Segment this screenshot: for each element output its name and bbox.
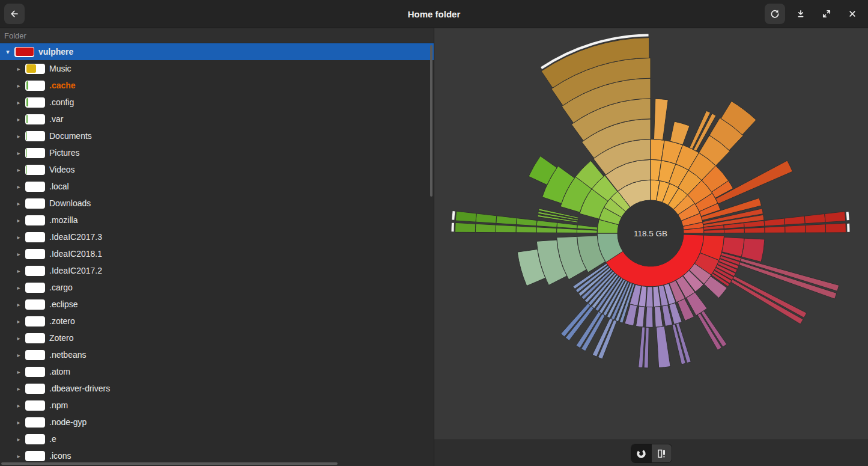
tree-row[interactable]: ▸.atom — [0, 363, 434, 380]
chart-wedge[interactable] — [744, 227, 765, 233]
treemap-icon — [657, 449, 667, 459]
chart-wedge[interactable] — [654, 99, 668, 140]
expander-arrow-icon[interactable]: ▸ — [14, 150, 23, 156]
tree-row-root[interactable]: ▾vulphere — [0, 43, 434, 60]
expander-arrow-icon[interactable]: ▸ — [14, 217, 23, 224]
tree-row[interactable]: ▸Videos — [0, 161, 434, 178]
chart-wedge[interactable] — [825, 223, 846, 233]
expander-arrow-icon[interactable]: ▸ — [14, 369, 23, 375]
tree-row[interactable]: ▸.IdeaIC2017.3 — [0, 228, 434, 245]
expander-arrow-icon[interactable]: ▸ — [14, 453, 23, 459]
chart-wedge[interactable] — [577, 225, 598, 230]
chart-wedge[interactable] — [536, 220, 557, 227]
tree-row[interactable]: ▸.icons — [0, 447, 434, 464]
chart-wedge[interactable] — [646, 307, 653, 327]
tree-row[interactable]: ▸Documents — [0, 127, 434, 144]
back-button[interactable] — [4, 4, 25, 24]
tree-row[interactable]: ▸.mozilla — [0, 212, 434, 228]
minimize-button[interactable] — [791, 4, 811, 24]
usage-bar — [25, 64, 45, 74]
tree-row[interactable]: ▸.dbeaver-drivers — [0, 380, 434, 397]
chart-wedge[interactable] — [475, 224, 496, 232]
tree-row[interactable]: ▸.npm — [0, 397, 434, 414]
tree-row[interactable]: ▸.var — [0, 111, 434, 127]
expander-arrow-icon[interactable]: ▸ — [14, 402, 23, 409]
expander-arrow-icon[interactable]: ▸ — [14, 352, 23, 358]
expander-arrow-icon[interactable]: ▸ — [14, 200, 23, 207]
chart-wedge[interactable] — [670, 121, 690, 145]
chart-wedge[interactable] — [476, 213, 497, 223]
chart-wedge[interactable] — [805, 224, 825, 233]
tree-row[interactable]: ▸.node-gyp — [0, 414, 434, 431]
tree-row[interactable]: ▸.cache — [0, 77, 434, 94]
horizontal-scrollbar[interactable] — [1, 462, 338, 465]
expander-arrow-icon[interactable]: ▸ — [14, 318, 23, 325]
chart-wedge[interactable] — [764, 218, 785, 226]
chart-wedge[interactable] — [557, 222, 577, 228]
app-window: Home folder — [0, 0, 868, 466]
expander-arrow-icon[interactable]: ▸ — [14, 133, 23, 139]
chart-wedge[interactable] — [557, 228, 577, 233]
expander-arrow-icon[interactable]: ▸ — [14, 167, 23, 173]
chart-wedge[interactable] — [646, 287, 654, 307]
chart-wedge[interactable] — [825, 212, 846, 222]
chart-wedge[interactable] — [765, 226, 785, 233]
chart-wedge[interactable] — [731, 280, 803, 324]
expander-arrow-icon[interactable]: ▸ — [14, 66, 23, 72]
tree-row[interactable]: ▸.eclipse — [0, 296, 434, 313]
rescan-button[interactable] — [765, 4, 785, 24]
expander-arrow-icon[interactable]: ▾ — [4, 48, 12, 56]
chart-wedge[interactable] — [657, 327, 671, 368]
chart-wedge[interactable] — [455, 222, 476, 232]
rings-chart-view-button[interactable] — [631, 444, 651, 462]
chart-wedge[interactable] — [804, 214, 825, 224]
expander-arrow-icon[interactable]: ▸ — [14, 183, 23, 190]
expander-arrow-icon[interactable]: ▸ — [14, 419, 23, 426]
expander-arrow-icon[interactable]: ▸ — [14, 335, 23, 342]
tree-row[interactable]: ▸.IdeaIC2017.2 — [0, 262, 434, 279]
tree-row[interactable]: ▸.local — [0, 178, 434, 195]
minimize-icon — [796, 9, 806, 19]
expander-arrow-icon[interactable]: ▸ — [14, 116, 23, 123]
tree-row[interactable]: ▸Music — [0, 60, 434, 77]
expander-arrow-icon[interactable]: ▸ — [14, 251, 23, 257]
folder-name-label: .local — [49, 182, 69, 191]
chart-wedge[interactable] — [741, 238, 765, 262]
treemap-view-button[interactable] — [651, 444, 672, 462]
vertical-scrollbar[interactable] — [430, 45, 432, 197]
tree-row[interactable]: ▸.zotero — [0, 313, 434, 330]
expander-arrow-icon[interactable]: ▸ — [14, 268, 23, 274]
chart-wedge[interactable] — [785, 225, 806, 233]
chart-wedge[interactable] — [724, 228, 744, 233]
expander-arrow-icon[interactable]: ▸ — [14, 301, 23, 308]
chart-wedge[interactable] — [516, 218, 537, 226]
chart-wedge[interactable] — [654, 307, 663, 328]
chart-wedge[interactable] — [785, 216, 806, 225]
tree-row[interactable]: ▸.e — [0, 431, 434, 447]
expander-arrow-icon[interactable]: ▸ — [14, 99, 23, 106]
tree-row[interactable]: ▸Pictures — [0, 144, 434, 161]
chart-wedge[interactable] — [740, 259, 839, 292]
folder-name-label: .npm — [49, 400, 68, 410]
expander-arrow-icon[interactable]: ▸ — [14, 436, 23, 443]
chart-wedge[interactable] — [636, 306, 645, 327]
maximize-button[interactable] — [816, 4, 837, 24]
close-button[interactable] — [842, 4, 863, 24]
selection-highlight-arc — [846, 212, 849, 220]
chart-wedge[interactable] — [516, 226, 536, 233]
folder-name-label: Zotero — [49, 333, 73, 343]
chart-wedge[interactable] — [455, 211, 476, 222]
expander-arrow-icon[interactable]: ▸ — [14, 385, 23, 392]
tree-row[interactable]: ▸.cargo — [0, 279, 434, 296]
tree-row[interactable]: ▸.IdeaIC2018.1 — [0, 245, 434, 262]
tree-row[interactable]: ▸Zotero — [0, 330, 434, 346]
tree-row[interactable]: ▸.config — [0, 94, 434, 111]
tree-row[interactable]: ▸.netbeans — [0, 346, 434, 363]
chart-wedge[interactable] — [496, 216, 517, 225]
chart-wedge[interactable] — [496, 225, 516, 233]
expander-arrow-icon[interactable]: ▸ — [14, 284, 23, 291]
expander-arrow-icon[interactable]: ▸ — [14, 82, 23, 89]
expander-arrow-icon[interactable]: ▸ — [14, 234, 23, 241]
tree-row[interactable]: ▸Downloads — [0, 195, 434, 212]
chart-wedge[interactable] — [536, 227, 557, 233]
